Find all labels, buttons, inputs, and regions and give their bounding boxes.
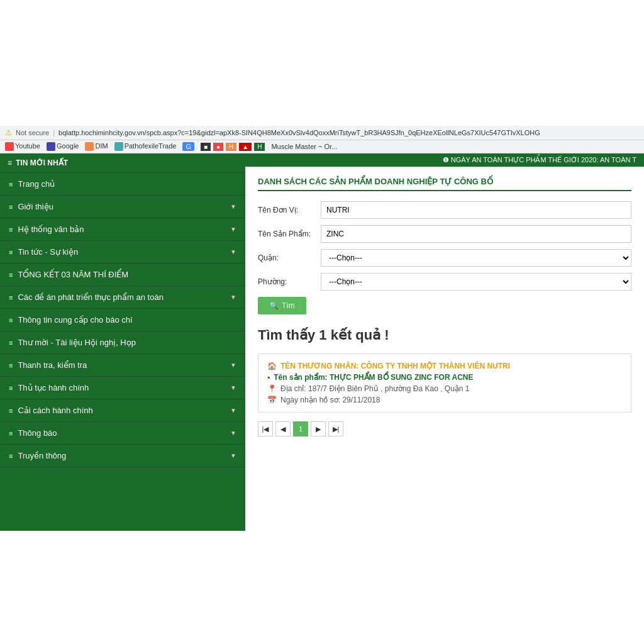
company-field-group: Tên Đơn Vị: <box>258 201 631 219</box>
sidebar-item-trangchu[interactable]: ≡ Trang chủ <box>0 173 245 196</box>
sidebar-header-icon: ≡ <box>8 158 12 167</box>
ward-label: Phường: <box>258 277 314 286</box>
sidebar-label-gioithieu: Giới thiệu <box>18 202 53 211</box>
sidebar-label-thanhtra: Thanh tra, kiểm tra <box>18 360 87 370</box>
chevron-icon: ▼ <box>230 203 236 210</box>
sidebar-label-dean: Các đề án phát triển thực phẩm an toàn <box>18 292 163 302</box>
bookmark-dim[interactable]: DIM <box>85 142 108 151</box>
product-doc-icon: ▪ <box>267 373 270 382</box>
sidebar-header: ≡ TIN MỚI NHẤT <box>0 153 245 173</box>
bookmark-icons[interactable]: ■ ● H ▲ H <box>201 143 265 151</box>
page-last-button[interactable]: ▶| <box>328 421 343 436</box>
chevron-icon-8: ▼ <box>230 430 236 436</box>
sidebar-label-hethong: Hệ thống văn bản <box>18 225 84 234</box>
sidebar-item-tongket[interactable]: ≡ TỔNG KẾT 03 NĂM THÍ ĐIỂM <box>0 264 245 286</box>
sidebar-label-caicach: Cải cách hành chính <box>18 406 92 415</box>
sidebar-item-thanh-tra[interactable]: ≡ Thanh tra, kiểm tra ▼ <box>0 354 245 377</box>
menu-icon-6: ≡ <box>9 294 13 301</box>
browser-address-bar: ⚠ Not secure | bqlattp.hochiminhcity.gov… <box>0 126 644 140</box>
warning-icon: ⚠ <box>5 128 12 137</box>
bookmark-muscle[interactable]: Muscle Master ~ Or... <box>271 143 337 150</box>
result-address-label: Địa chỉ: 187/7 Điện Biên Phủ , phường Đa… <box>280 384 470 393</box>
chevron-icon-7: ▼ <box>230 407 236 414</box>
menu-icon-9: ≡ <box>9 362 13 369</box>
district-label: Quận: <box>258 253 314 262</box>
menu-icon-8: ≡ <box>9 339 13 347</box>
sidebar-item-tintuc[interactable]: ≡ Tin tức - Sự kiện ▼ <box>0 241 245 264</box>
chevron-icon-6: ▼ <box>230 384 236 391</box>
sidebar-label-tintuc: Tin tức - Sự kiện <box>18 247 78 257</box>
menu-icon-12: ≡ <box>9 430 13 437</box>
sidebar-item-dean[interactable]: ≡ Các đề án phát triển thực phẩm an toàn… <box>0 286 245 309</box>
banner-text: ❶ NGÀY AN TOÀN THỰC PHẨM THẾ GIỚI 2020: … <box>443 156 636 164</box>
menu-icon-7: ≡ <box>9 316 13 324</box>
result-address-row: 📍 Địa chỉ: 187/7 Điện Biên Phủ , phường … <box>267 384 622 393</box>
district-field-group: Quận: ---Chọn--- <box>258 249 631 267</box>
page-layout: ≡ TIN MỚI NHẤT ≡ Trang chủ ≡ Giới thiệu … <box>0 153 644 531</box>
sidebar-label-trangchu: Trang chủ <box>18 179 55 189</box>
result-date-label: Ngày nhận hồ sơ: 29/11/2018 <box>280 396 380 404</box>
chevron-icon-2: ▼ <box>230 226 236 233</box>
district-select[interactable]: ---Chọn--- <box>321 249 631 267</box>
company-input[interactable] <box>321 201 631 219</box>
search-button[interactable]: 🔍 Tìm <box>258 297 306 314</box>
sidebar-header-label: TIN MỚI NHẤT <box>16 158 68 167</box>
page-first-button[interactable]: |◀ <box>258 421 273 436</box>
page-next-button[interactable]: ▶ <box>311 421 326 436</box>
pagination: |◀ ◀ 1 ▶ ▶| <box>258 421 631 436</box>
result-product-label: Tên sản phẩm: THỰC PHẨM BỔ SUNG ZINC FOR… <box>274 373 473 382</box>
ward-field-group: Phường: ---Chọn--- <box>258 273 631 291</box>
bookmark-pathofexile[interactable]: PathofexileTrade <box>114 142 177 151</box>
not-secure-label: Not secure <box>16 129 49 136</box>
bookmark-youtube[interactable]: Youtube <box>5 142 40 151</box>
sidebar-item-thumoi[interactable]: ≡ Thư mời - Tài liệu Hội nghị, Họp <box>0 331 245 354</box>
product-input[interactable] <box>321 225 631 243</box>
sidebar-item-thongtin[interactable]: ≡ Thông tin cung cấp cho báo chí <box>0 309 245 331</box>
menu-icon-13: ≡ <box>9 452 13 460</box>
results-summary: Tìm thấy 1 kết quả ! <box>258 327 631 343</box>
company-home-icon: 🏠 <box>267 362 277 370</box>
search-button-label: Tìm <box>282 301 295 310</box>
sidebar-label-thongbao: Thông báo <box>18 428 57 438</box>
sidebar-label-thongtin: Thông tin cung cấp cho báo chí <box>18 315 132 325</box>
menu-icon-3: ≡ <box>9 226 13 233</box>
search-icon: 🔍 <box>269 301 279 310</box>
sidebar-label-thutuc: Thủ tục hành chính <box>18 383 89 392</box>
menu-icon-10: ≡ <box>9 384 13 392</box>
company-label: Tên Đơn Vị: <box>258 206 314 214</box>
page-prev-button[interactable]: ◀ <box>275 421 291 436</box>
menu-icon-2: ≡ <box>9 203 13 211</box>
sidebar-item-truyenthong[interactable]: ≡ Truyền thông ▼ <box>0 445 245 467</box>
menu-icon-11: ≡ <box>9 407 13 414</box>
chevron-icon-4: ▼ <box>230 294 236 301</box>
sidebar-item-hethongvanban[interactable]: ≡ Hệ thống văn bản ▼ <box>0 218 245 241</box>
product-field-group: Tên Sản Phẩm: <box>258 225 631 243</box>
bookmark-google[interactable]: Google <box>47 142 79 151</box>
url-bar[interactable]: bqlattp.hochiminhcity.gov.vn/spcb.aspx?c… <box>58 129 639 136</box>
menu-icon-4: ≡ <box>9 248 13 256</box>
sidebar-item-thongbao[interactable]: ≡ Thông báo ▼ <box>0 422 245 445</box>
result-product-row: ▪ Tên sản phẩm: THỰC PHẨM BỔ SUNG ZINC F… <box>267 373 622 382</box>
address-pin-icon: 📍 <box>267 384 277 393</box>
bookmark-g[interactable]: G <box>182 142 194 151</box>
sidebar-item-thutuc[interactable]: ≡ Thủ tục hành chính ▼ <box>0 377 245 399</box>
sidebar-item-caicach[interactable]: ≡ Cải cách hành chính ▼ <box>0 399 245 422</box>
sidebar-label-thumoi: Thư mời - Tài liệu Hội nghị, Họp <box>18 338 136 347</box>
result-card: 🏠 TÊN THƯƠNG NHÂN: CÔNG TY TNHH MỘT THÀN… <box>258 353 631 413</box>
page-current-button[interactable]: 1 <box>293 421 308 436</box>
sidebar-label-truyenthong: Truyền thông <box>18 451 66 460</box>
ward-select[interactable]: ---Chọn--- <box>321 273 631 291</box>
chevron-icon-5: ▼ <box>230 362 236 369</box>
sidebar: ≡ TIN MỚI NHẤT ≡ Trang chủ ≡ Giới thiệu … <box>0 153 245 531</box>
sidebar-item-gioithieu[interactable]: ≡ Giới thiệu ▼ <box>0 196 245 218</box>
result-company-label: TÊN THƯƠNG NHÂN: CÔNG TY TNHH MỘT THÀNH … <box>280 362 510 370</box>
section-title: DANH SÁCH CÁC SẢN PHẨM DOANH NGHIỆP TỰ C… <box>258 177 631 191</box>
menu-icon-5: ≡ <box>9 271 13 279</box>
main-content: ❶ NGÀY AN TOÀN THỰC PHẨM THẾ GIỚI 2020: … <box>245 153 644 531</box>
chevron-icon-9: ▼ <box>230 452 236 459</box>
menu-icon: ≡ <box>9 180 13 188</box>
sidebar-label-tongket: TỔNG KẾT 03 NĂM THÍ ĐIỂM <box>18 270 128 279</box>
chevron-icon-3: ▼ <box>230 248 236 255</box>
date-cal-icon: 📅 <box>267 396 277 404</box>
content-area: DANH SÁCH CÁC SẢN PHẨM DOANH NGHIỆP TỰ C… <box>245 167 644 447</box>
